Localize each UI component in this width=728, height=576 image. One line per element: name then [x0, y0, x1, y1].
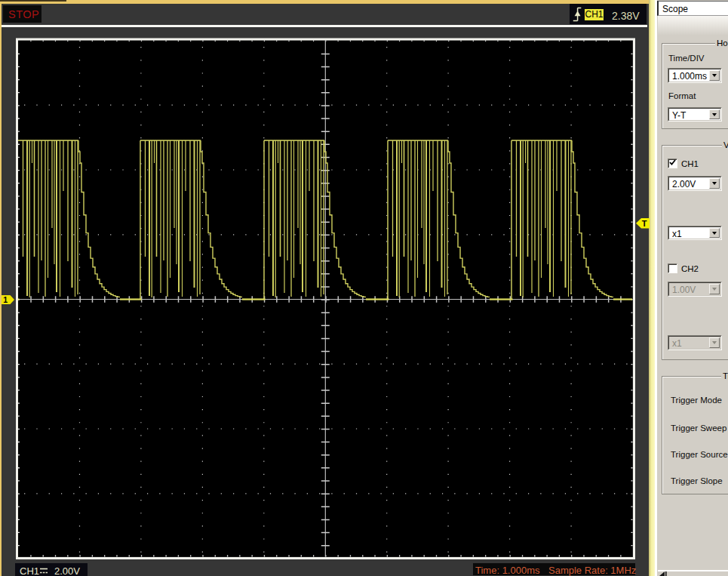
svg-text:T: T — [642, 219, 647, 228]
svg-text:1: 1 — [3, 295, 8, 304]
